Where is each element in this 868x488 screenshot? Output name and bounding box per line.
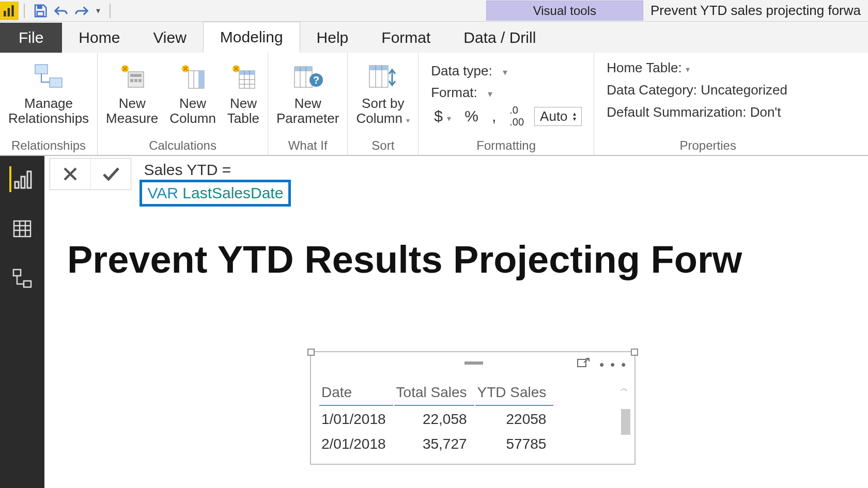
new-measure-button[interactable]: New Measure [103, 56, 161, 128]
formula-line-2-highlighted: VAR LastSalesDate [140, 180, 291, 207]
decimal-button[interactable]: .0.00 [506, 103, 527, 129]
tab-format[interactable]: Format [365, 23, 447, 53]
group-label: What If [273, 137, 342, 153]
redo-button[interactable] [71, 1, 92, 21]
scrollbar[interactable]: ︿ [620, 383, 631, 459]
formula-cancel-button[interactable] [50, 159, 90, 190]
col-header-total[interactable]: Total Sales [394, 381, 474, 406]
tab-file[interactable]: File [0, 23, 62, 53]
group-sort: Sort by Column ▾ Sort [348, 53, 419, 155]
percent-button[interactable]: % [461, 106, 482, 126]
save-button[interactable] [30, 1, 51, 21]
resize-handle[interactable] [631, 349, 638, 356]
thousands-button[interactable]: , [489, 106, 499, 126]
new-table-label: New Table [227, 96, 259, 125]
tab-view[interactable]: View [136, 23, 203, 53]
data-type-label: Data type: [431, 63, 492, 79]
ribbon-tabs: File Home View Modeling Help Format Data… [0, 22, 868, 53]
svg-text:?: ? [313, 74, 319, 86]
new-parameter-label: New Parameter [276, 96, 339, 125]
col-header-ytd[interactable]: YTD Sales [475, 381, 554, 406]
new-column-button[interactable]: New Column [166, 56, 219, 128]
group-formatting: Data type: Format: $ ▾ % , .0.00 Auto ▴▾… [419, 53, 594, 155]
contextual-tab-visual-tools: Visual tools [486, 1, 643, 21]
qat-dropdown[interactable]: ▾ [92, 1, 104, 21]
svg-rect-32 [369, 66, 388, 70]
sort-by-column-button[interactable]: Sort by Column ▾ [353, 56, 413, 128]
tab-data-drill[interactable]: Data / Drill [447, 23, 552, 53]
group-properties: Home Table: ▾ Data Category: Uncategoriz… [594, 53, 822, 155]
title-bar: ▾ Visual tools Prevent YTD sales project… [0, 0, 868, 22]
group-relationships: Manage Relationships Relationships [0, 53, 98, 155]
report-canvas[interactable]: Prevent YTD Results Projecting Forw ▬▬ •… [52, 207, 868, 488]
formula-line-1: Sales YTD = [140, 158, 291, 179]
group-what-if: ? New Parameter What If [268, 53, 348, 155]
svg-rect-26 [295, 67, 312, 71]
formula-editor[interactable]: Sales YTD = VAR LastSalesDate [140, 158, 291, 207]
separator [24, 4, 25, 18]
relationships-icon [33, 58, 64, 94]
home-table-label: Home Table: [607, 60, 682, 75]
app-icon [0, 2, 19, 20]
document-title: Prevent YTD sales projecting forwa [643, 3, 868, 19]
focus-mode-icon[interactable] [577, 357, 590, 374]
group-calculations: New Measure New Column New Table Calcula… [98, 53, 268, 155]
table-icon [229, 58, 258, 94]
table-row[interactable]: 1/01/2018 22,058 22058 [319, 407, 553, 431]
new-parameter-button[interactable]: ? New Parameter [273, 56, 342, 128]
group-label: Sort [353, 137, 413, 153]
manage-relationships-button[interactable]: Manage Relationships [5, 56, 92, 128]
format-dropdown[interactable] [484, 85, 492, 101]
drag-grip-icon[interactable]: ▬▬ [464, 355, 481, 367]
table-visual[interactable]: ▬▬ • • • Date Total Sales YTD Sales 1/01… [310, 351, 636, 465]
tab-help[interactable]: Help [300, 23, 365, 53]
svg-rect-38 [14, 221, 30, 237]
svg-rect-3 [37, 6, 42, 9]
svg-rect-35 [15, 182, 19, 188]
spinner-icon[interactable]: ▴▾ [573, 111, 576, 121]
measure-icon [118, 58, 147, 94]
svg-rect-36 [21, 177, 25, 188]
parameter-icon: ? [291, 58, 324, 94]
svg-rect-12 [138, 79, 142, 82]
new-table-button[interactable]: New Table [224, 56, 262, 128]
svg-rect-5 [35, 65, 48, 74]
svg-rect-44 [24, 281, 31, 287]
more-options-icon[interactable]: • • • [599, 357, 627, 374]
scroll-thumb[interactable] [621, 409, 630, 435]
sort-icon [366, 58, 399, 94]
tab-home[interactable]: Home [62, 23, 136, 53]
new-column-label: New Column [169, 96, 216, 125]
decimal-places-input[interactable]: Auto ▴▾ [534, 107, 582, 126]
svg-rect-9 [130, 74, 142, 77]
formula-commit-button[interactable] [90, 159, 131, 190]
col-header-date[interactable]: Date [319, 381, 393, 406]
svg-rect-17 [199, 71, 204, 88]
view-switcher [0, 156, 44, 488]
svg-rect-37 [27, 171, 31, 188]
tab-modeling[interactable]: Modeling [203, 22, 300, 53]
format-label: Format: [431, 85, 477, 101]
data-view-button[interactable] [9, 216, 35, 242]
table-row[interactable]: 2/01/2018 35,727 57785 [319, 432, 553, 455]
currency-button[interactable]: $ ▾ [431, 106, 454, 126]
scroll-up-icon[interactable]: ︿ [620, 383, 628, 394]
group-label: Relationships [5, 137, 92, 153]
data-table: Date Total Sales YTD Sales 1/01/2018 22,… [318, 380, 554, 456]
resize-handle[interactable] [307, 349, 315, 356]
default-summarization-label[interactable]: Default Summarization: Don't [607, 104, 809, 120]
svg-rect-0 [4, 11, 6, 17]
model-view-button[interactable] [9, 265, 35, 291]
svg-rect-4 [37, 11, 44, 16]
new-measure-label: New Measure [106, 96, 158, 125]
data-category-label[interactable]: Data Category: Uncategorized [607, 82, 809, 98]
svg-rect-2 [11, 5, 13, 17]
svg-rect-20 [239, 71, 255, 75]
undo-button[interactable] [51, 1, 71, 21]
manage-relationships-label: Manage Relationships [8, 96, 89, 125]
report-view-button[interactable] [9, 166, 35, 192]
svg-rect-1 [8, 8, 10, 16]
svg-rect-11 [134, 79, 137, 82]
home-table-dropdown[interactable]: ▾ [686, 65, 690, 74]
data-type-dropdown[interactable] [499, 63, 507, 79]
